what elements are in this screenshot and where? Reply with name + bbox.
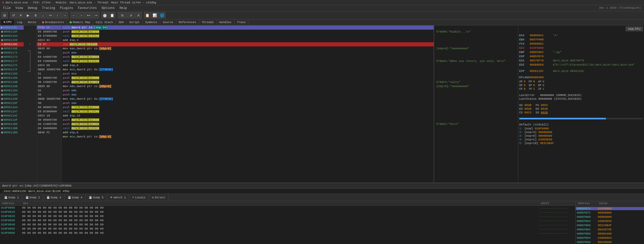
toolbar-step-over[interactable]: ↪ [47,12,54,18]
tab-threads[interactable]: Threads [199,19,217,25]
btab-dump2[interactable]: 💾 Dump 2 [22,194,44,201]
menu-view[interactable]: View [13,6,25,10]
arrow-column: ↑ [24,25,37,183]
disasm-row[interactable]: push darn_mice.5790A4 [62,55,434,59]
addr-bullet [1,35,3,37]
addr-row: 005611B9 [0,130,24,135]
disasm-row[interactable]: call darn_mice.561240 [62,126,434,130]
tab-source[interactable]: Source [160,19,176,25]
menu-file[interactable]: File [1,6,13,10]
disasm-row[interactable]: mov eax,dword ptr ds:[579030] [62,97,434,101]
toolbar-back[interactable]: ← [70,12,77,18]
disasm-row[interactable]: jmp darn_mice.561105 [62,42,434,46]
tab-seh[interactable]: SEH [116,19,127,25]
struct-icon: ⊟ [152,196,154,199]
addr-bullet [1,102,3,104]
menu-tracing[interactable]: Tracing [40,6,57,10]
btab-dump4[interactable]: 💾 Dump 4 [65,194,86,201]
toolbar-run[interactable]: ▶ [25,12,32,18]
toolbar-cpu-btn[interactable]: ⊞ [1,12,8,18]
stack-mem-val: A35E5E50 [597,220,644,223]
toolbar-close[interactable]: ✕ [17,12,24,18]
disasm-row[interactable]: push darn_mice.5790CC [62,122,434,126]
disasm-row[interactable]: push darn_mice.579098 [62,30,434,34]
toolbar-hash[interactable]: # [128,12,134,18]
disasm-row[interactable]: push darn_mice.5790C4 [62,80,434,84]
tab-cpu[interactable]: ⊞ CPU [1,19,14,25]
tab-trace[interactable]: Trace [234,19,248,25]
disasm-row[interactable]: add esp,8 [62,130,434,135]
disasm-row[interactable]: push eax [62,51,434,55]
menu-plugins[interactable]: Plugins [58,6,75,10]
menu-favourites[interactable]: Favourites [76,6,99,10]
disasm-row[interactable]: mov ecx,dword ptr ss:[ebp-4] [62,135,434,139]
btab-dump3[interactable]: 💾 Dump 3 [43,194,65,201]
disasm-row[interactable]: call darn_mice.561240 [62,34,434,38]
hide-fpu-button[interactable]: Hide FPU [626,26,643,31]
toolbar-log[interactable]: 📋 [144,12,151,18]
toolbar-restart[interactable]: ↺ [10,12,17,18]
disasm-row[interactable]: add esp,4 [62,38,434,42]
btab-locals[interactable]: ≡ Locals [129,194,149,201]
disasm-row[interactable]: push darn_mice.579000 [62,105,434,109]
btab-struct[interactable]: ⊟ Struct [149,194,169,201]
stack-arg-5: 5: [esp+10] 5E515B4F [519,141,643,145]
btab-dump1[interactable]: 💾 Dump 1 [1,194,22,201]
disasm-row[interactable]: push eax [62,101,434,105]
disasm-row[interactable]: push ecx [62,72,434,76]
disasm-row[interactable]: mov ecx,dword ptr ds:[579030] [62,67,434,72]
tab-notes[interactable]: Notes [25,19,39,25]
dump-row-ascii: ................ [539,206,575,209]
toolbar-web[interactable]: 🌐 [159,12,165,18]
menu-debug[interactable]: Debug [26,6,39,10]
disasm-column[interactable]: call dword ptr ss:[ebp-34] push darn_mic… [62,25,434,183]
menu-date: Dec 1 2020 (TitanEngine) [597,6,643,10]
disasm-row[interactable]: add esp,8 [62,63,434,67]
bottom-panel: 💾 Dump 1 💾 Dump 2 💾 Dump 3 💾 Dump 4 💾 Du… [0,194,644,244]
comment-row [434,38,518,42]
disasm-row[interactable]: call darn_mice.561280 [62,109,434,114]
disasm-row[interactable]: call dword ptr ss:[ebp-34] [62,25,434,30]
tab-handles[interactable]: Handles [217,19,234,25]
tab-script[interactable]: Script [127,19,143,25]
toolbar-forward[interactable]: → [78,12,85,18]
toolbar-run-to-cursor[interactable]: → [61,12,68,18]
stack-mem-addr: 00B5FB90 [576,232,597,235]
menu-options[interactable]: Options [100,6,117,10]
tab-call-stack[interactable]: Call Stack [93,19,116,25]
toolbar-graph[interactable]: 📊 [151,12,158,18]
disasm-row[interactable]: mov edx,dword ptr ss:[ebp+8] [62,84,434,88]
tab-symbols[interactable]: Symbols [143,19,160,25]
toolbar-trace[interactable]: ⊷ [85,12,92,18]
stack-mem-row: 00B5FB84 A35E5E50 [576,219,644,223]
toolbar-step-out[interactable]: ↑ [54,12,61,18]
toolbar-trace2[interactable]: ⊸ [92,12,99,18]
stack-mem-addr: 00B5FB80 [576,215,597,219]
disasm-row[interactable]: mov eax,dword ptr ss:[ebp+8] [62,46,434,51]
addr-bullet [1,52,3,54]
disasm-row[interactable]: push darn_mice.579000 [62,118,434,122]
disasm-row[interactable]: add esp,18 [62,114,434,118]
hex-row: E8 A4905700 [37,55,61,59]
tab-references[interactable]: References [176,19,199,25]
toolbar-mem[interactable]: 📋 [109,12,116,18]
toolbar-fx[interactable]: fx [118,12,127,18]
reg-ebp: EBP 00B5FBAC "_ûμ" [519,50,643,54]
tab-breakpoints[interactable]: Breakpoints [39,19,67,25]
addr-row: 00561172 [0,55,24,59]
addr-row: 0056116C [0,42,24,46]
tab-memory-map[interactable]: Memory Map [67,19,93,25]
comment-row [434,51,518,55]
btab-dump5[interactable]: 💾 Dump 5 [86,194,107,201]
disasm-row[interactable]: push edx [62,88,434,93]
toolbar-pause[interactable]: ⏸ [32,12,39,18]
btab-watch1[interactable]: 👁 Watch 1 [107,194,129,201]
menu-help[interactable]: Help [117,6,129,10]
disasm-row[interactable]: push eax [62,93,434,97]
disasm-row[interactable]: call darn_mice.561240 [62,59,434,63]
toolbar-step-into[interactable]: ↓ [39,12,46,18]
disasm-row[interactable]: push darn_mice.579000 [62,76,434,80]
tab-log[interactable]: Log [14,19,25,25]
toolbar-bp[interactable]: ⬤ [101,12,108,18]
toolbar-font[interactable]: A [135,12,142,18]
